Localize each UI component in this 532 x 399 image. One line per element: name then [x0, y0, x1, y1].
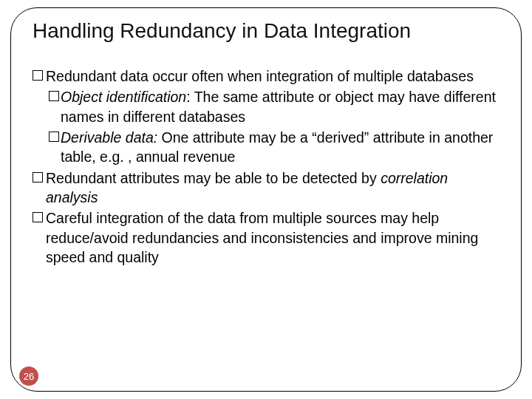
bullet-text: Careful integration of the data from mul…: [46, 208, 502, 267]
bullet-plain: Redundant attributes may be able to be d…: [46, 170, 381, 186]
square-bullet-icon: [33, 70, 43, 81]
bullet-level1: Careful integration of the data from mul…: [33, 208, 502, 267]
slide-body: Redundant data occur often when integrat…: [33, 66, 502, 268]
italic-term: Object identification: [61, 89, 186, 105]
bullet-text: Object identification: The same attribut…: [61, 87, 502, 126]
bullet-level1: Redundant attributes may be able to be d…: [33, 168, 502, 208]
bullet-text: Redundant attributes may be able to be d…: [46, 168, 502, 208]
bullet-level2: Derivable data: One attribute may be a “…: [49, 128, 502, 167]
italic-term: Derivable data:: [61, 129, 157, 146]
square-bullet-icon: [49, 91, 59, 101]
page-number-badge: 26: [19, 366, 38, 386]
page-number: 26: [24, 371, 34, 382]
slide-title: Handling Redundancy in Data Integration: [33, 19, 499, 43]
bullet-level2: Object identification: The same attribut…: [49, 87, 502, 126]
square-bullet-icon: [33, 172, 43, 183]
slide: Handling Redundancy in Data Integration …: [0, 0, 532, 399]
bullet-text: Redundant data occur often when integrat…: [46, 66, 474, 86]
bullet-text: Derivable data: One attribute may be a “…: [61, 128, 502, 167]
square-bullet-icon: [33, 212, 43, 222]
square-bullet-icon: [49, 132, 59, 142]
bullet-level1: Redundant data occur often when integrat…: [33, 66, 502, 86]
